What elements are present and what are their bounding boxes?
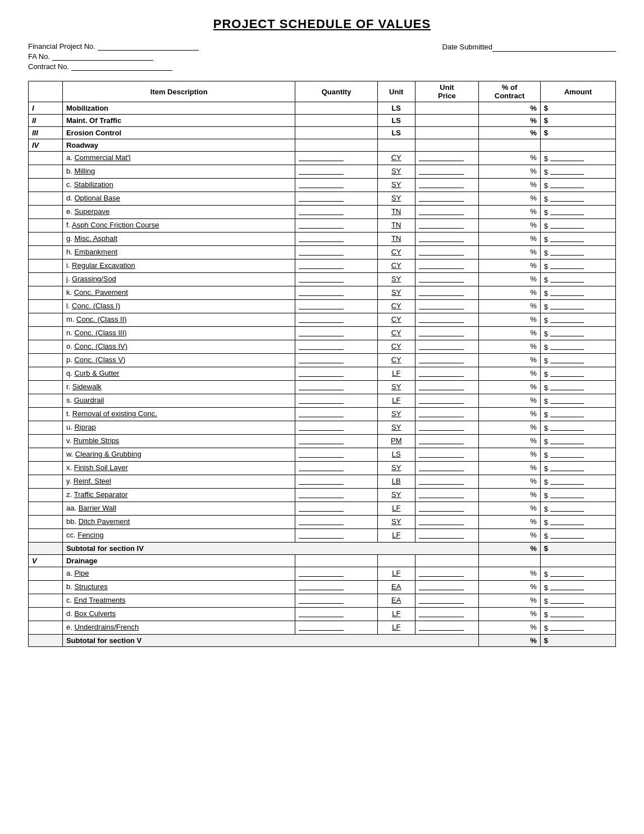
- sub-amount: $: [540, 516, 615, 529]
- sub-item-desc: t. Removal of existing Conc.: [62, 408, 295, 421]
- sub-unitprice: [415, 621, 478, 635]
- section-unitprice-I: [415, 102, 478, 115]
- sub-unitprice: [415, 300, 478, 313]
- section-num-III: III: [29, 127, 63, 139]
- sub-qty: [295, 340, 377, 354]
- sub-unit: LF: [377, 394, 415, 408]
- col-header-unit: Unit: [377, 81, 415, 102]
- sub-amount: $: [540, 529, 615, 543]
- sub-pct: %: [479, 286, 541, 300]
- sub-unitprice: [415, 516, 478, 529]
- section-unit-II: LS: [377, 115, 415, 127]
- sub-pct: %: [479, 259, 541, 273]
- sub-item-desc: x. Finish Soil Layer: [62, 462, 295, 475]
- sub-unit: SY: [377, 408, 415, 421]
- table-row: s. Guardrail LF % $: [29, 394, 616, 408]
- section-unit-IV: [377, 139, 415, 152]
- sub-pct: %: [479, 594, 541, 608]
- sub-unit: LS: [377, 448, 415, 462]
- table-row: cc. Fencing LF % $: [29, 529, 616, 543]
- section-qty-V: [295, 555, 377, 567]
- sub-unit: SY: [377, 273, 415, 286]
- section-amount-II: $: [540, 115, 615, 127]
- table-row: y. Reinf. Steel LB % $: [29, 475, 616, 489]
- sub-amount: $: [540, 246, 615, 259]
- financial-project-field: Financial Project No.: [28, 42, 199, 51]
- sub-item-desc: c. Stabilization: [62, 179, 295, 192]
- sub-pct: %: [479, 581, 541, 594]
- sub-qty: [295, 421, 377, 435]
- table-row: a. Pipe LF % $: [29, 567, 616, 581]
- sub-qty: [295, 327, 377, 340]
- table-row: b. Structures EA % $: [29, 581, 616, 594]
- sub-pct: %: [479, 327, 541, 340]
- sub-unitprice: [415, 567, 478, 581]
- sub-unit: CY: [377, 259, 415, 273]
- sub-unitprice: [415, 594, 478, 608]
- sub-unit: SY: [377, 179, 415, 192]
- sub-amount: $: [540, 152, 615, 165]
- section-unitprice-III: [415, 127, 478, 139]
- sub-unit: CY: [377, 152, 415, 165]
- sub-amount: $: [540, 206, 615, 219]
- sub-item-desc: l. Conc. (Class I): [62, 300, 295, 313]
- sub-pct: %: [479, 502, 541, 516]
- section-qty-IV: [295, 139, 377, 152]
- sub-amount: $: [540, 435, 615, 448]
- sub-item-desc: r. Sidewalk: [62, 381, 295, 394]
- sub-item-desc: n. Conc. (Class III): [62, 327, 295, 340]
- sub-unit: LF: [377, 621, 415, 635]
- sub-amount: $: [540, 233, 615, 246]
- sub-unit: LF: [377, 608, 415, 621]
- sub-item-desc: b. Milling: [62, 165, 295, 179]
- table-row: t. Removal of existing Conc. SY % $: [29, 408, 616, 421]
- sub-pct: %: [479, 408, 541, 421]
- sub-amount: $: [540, 300, 615, 313]
- section-qty-III: [295, 127, 377, 139]
- sub-unitprice: [415, 192, 478, 206]
- sub-pct: %: [479, 367, 541, 381]
- sub-item-desc: u. Riprap: [62, 421, 295, 435]
- sub-unitprice: [415, 502, 478, 516]
- col-header-item: [29, 81, 63, 102]
- sub-item-desc: h. Embankment: [62, 246, 295, 259]
- sub-item-desc: e. Superpave: [62, 206, 295, 219]
- sub-amount: $: [540, 408, 615, 421]
- table-row: m. Conc. (Class II) CY % $: [29, 313, 616, 327]
- sub-unit: LF: [377, 529, 415, 543]
- sub-unitprice: [415, 529, 478, 543]
- sub-amount: $: [540, 192, 615, 206]
- table-row: g. Misc. Asphalt TN % $: [29, 233, 616, 246]
- col-header-amount: Amount: [540, 81, 615, 102]
- sub-item-desc: q. Curb & Gutter: [62, 367, 295, 381]
- sub-qty: [295, 462, 377, 475]
- sub-item-desc: bb. Ditch Pavement: [62, 516, 295, 529]
- sub-amount: $: [540, 462, 615, 475]
- table-row: d. Box Culverts LF % $: [29, 608, 616, 621]
- subtotal-label-V: Subtotal for section V: [62, 635, 478, 647]
- sub-item-desc: cc. Fencing: [62, 529, 295, 543]
- sub-unitprice: [415, 489, 478, 502]
- sub-unit: SY: [377, 489, 415, 502]
- section-row-III: III Erosion Control LS % $: [29, 127, 616, 139]
- section-unitprice-II: [415, 115, 478, 127]
- section-amount-V: [540, 555, 615, 567]
- sub-unit: LF: [377, 567, 415, 581]
- table-row: k. Conc. Pavement SY % $: [29, 286, 616, 300]
- section-num-I: I: [29, 102, 63, 115]
- section-num-II: II: [29, 115, 63, 127]
- sub-unitprice: [415, 608, 478, 621]
- sub-unitprice: [415, 286, 478, 300]
- section-pct-I: %: [479, 102, 541, 115]
- sub-unit: PM: [377, 435, 415, 448]
- table-row: x. Finish Soil Layer SY % $: [29, 462, 616, 475]
- table-row: d. Optional Base SY % $: [29, 192, 616, 206]
- sub-qty: [295, 300, 377, 313]
- sub-pct: %: [479, 381, 541, 394]
- sub-item-desc: m. Conc. (Class II): [62, 313, 295, 327]
- sub-unitprice: [415, 313, 478, 327]
- table-row: h. Embankment CY % $: [29, 246, 616, 259]
- section-unitprice-IV: [415, 139, 478, 152]
- sub-unit: SY: [377, 462, 415, 475]
- sub-unit: SY: [377, 286, 415, 300]
